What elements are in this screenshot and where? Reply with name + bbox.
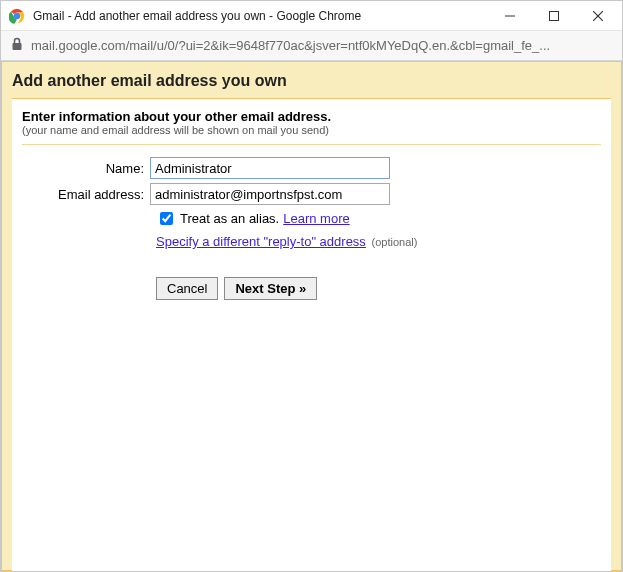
name-label: Name:	[22, 161, 150, 176]
name-input[interactable]	[150, 157, 390, 179]
email-row: Email address:	[22, 183, 601, 205]
email-label: Email address:	[22, 187, 150, 202]
alias-block: Treat as an alias. Learn more Specify a …	[156, 209, 601, 249]
learn-more-link[interactable]: Learn more	[283, 211, 349, 226]
address-bar[interactable]: mail.google.com/mail/u/0/?ui=2&ik=9648f7…	[1, 31, 622, 61]
cancel-button[interactable]: Cancel	[156, 277, 218, 300]
form-panel: Enter information about your other email…	[12, 98, 611, 572]
email-input[interactable]	[150, 183, 390, 205]
optional-label: (optional)	[372, 236, 418, 248]
section-title: Enter information about your other email…	[22, 109, 601, 124]
content-area: Add another email address you own Enter …	[1, 61, 622, 571]
button-row: Cancel Next Step »	[156, 277, 601, 300]
chrome-favicon	[9, 8, 25, 24]
maximize-button[interactable]	[532, 1, 576, 31]
close-button[interactable]	[576, 1, 620, 31]
window-title: Gmail - Add another email address you ow…	[33, 9, 488, 23]
url-text: mail.google.com/mail/u/0/?ui=2&ik=9648f7…	[31, 38, 612, 53]
minimize-button[interactable]	[488, 1, 532, 31]
window-titlebar: Gmail - Add another email address you ow…	[1, 1, 622, 31]
svg-rect-7	[13, 43, 22, 50]
reply-to-link[interactable]: Specify a different "reply-to" address	[156, 234, 366, 249]
name-row: Name:	[22, 157, 601, 179]
window-controls	[488, 1, 620, 31]
svg-rect-4	[550, 11, 559, 20]
section-subnote: (your name and email address will be sho…	[22, 124, 601, 136]
divider	[22, 144, 601, 145]
alias-label: Treat as an alias.	[180, 211, 279, 226]
alias-checkbox[interactable]	[160, 212, 173, 225]
svg-point-2	[15, 13, 19, 17]
lock-icon	[11, 37, 23, 54]
next-step-button[interactable]: Next Step »	[224, 277, 317, 300]
page-heading: Add another email address you own	[2, 62, 621, 98]
